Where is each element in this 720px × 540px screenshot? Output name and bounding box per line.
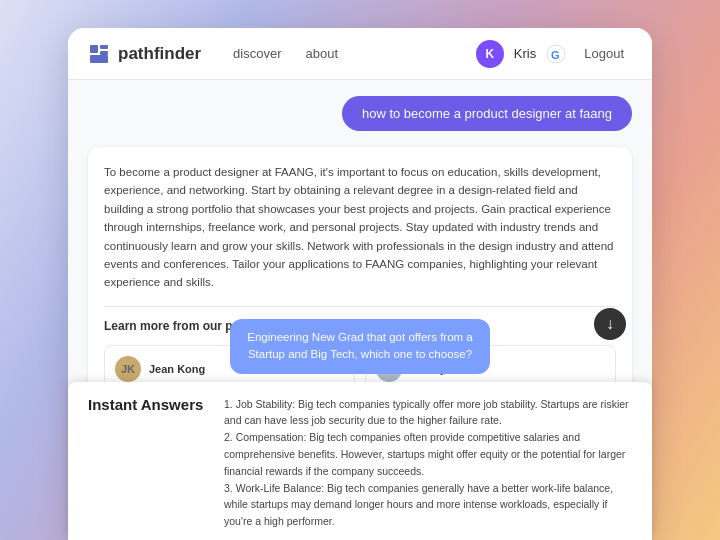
nav-about[interactable]: about: [306, 46, 339, 61]
page-wrapper: pathfinder discover about K Kris G Logou…: [0, 0, 720, 540]
logo-area: pathfinder: [88, 43, 201, 65]
answer-point-1: 1. Job Stability: Big tech companies typ…: [224, 396, 632, 430]
answer-point-3: 3. Work-Life Balance: Big tech companies…: [224, 480, 632, 530]
logout-button[interactable]: Logout: [576, 42, 632, 65]
navbar: pathfinder discover about K Kris G Logou…: [68, 28, 652, 80]
instant-answers-bar: Instant Answers 1. Job Stability: Big te…: [68, 382, 652, 540]
svg-rect-2: [100, 51, 108, 55]
svg-rect-0: [90, 45, 98, 53]
nav-links: discover about: [233, 46, 460, 61]
avatar: K: [476, 40, 504, 68]
svg-rect-1: [100, 45, 108, 49]
username-label: Kris: [514, 46, 536, 61]
svg-rect-3: [90, 55, 108, 63]
nav-discover[interactable]: discover: [233, 46, 281, 61]
instant-answers-content: 1. Job Stability: Big tech companies typ…: [224, 396, 632, 530]
svg-text:G: G: [551, 49, 560, 61]
instant-answers-title: Instant Answers: [88, 396, 208, 413]
nav-right: K Kris G Logout: [476, 40, 632, 68]
response-text: To become a product designer at FAANG, i…: [104, 163, 616, 292]
logo-text: pathfinder: [118, 44, 201, 64]
google-icon: G: [546, 44, 566, 64]
question-bubble: Engineering New Grad that got offers fro…: [230, 319, 490, 374]
divider: [104, 306, 616, 307]
pathfinder-logo-icon: [88, 43, 110, 65]
answer-point-2: 2. Compensation: Big tech companies ofte…: [224, 429, 632, 479]
ai-query-button[interactable]: how to become a product designer at faan…: [342, 96, 632, 131]
bottom-section: Engineering New Grad that got offers fro…: [0, 319, 720, 540]
